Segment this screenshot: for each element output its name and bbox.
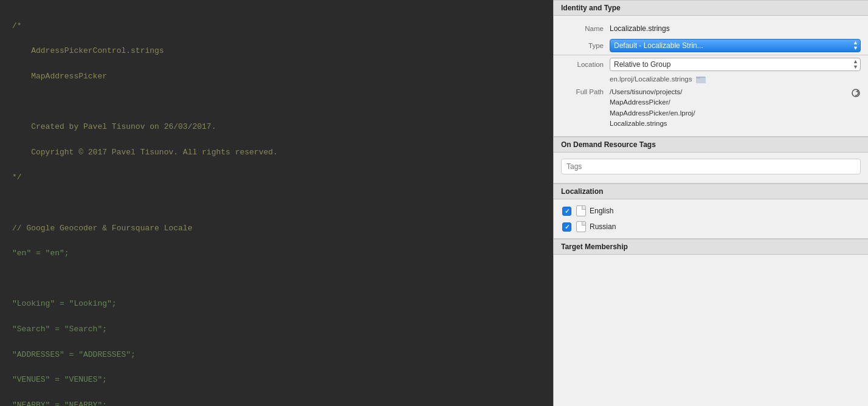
code-line-5: Copyright © 2017 Pavel Tisunov. All righ… bbox=[12, 146, 541, 159]
type-row: Type Default - Localizable Strin... ▲▼ bbox=[554, 36, 868, 55]
short-path-row: en.lproj/Localizable.strings bbox=[554, 74, 868, 84]
full-path-content: /Users/tisunov/projects/MapAddressPicker… bbox=[610, 87, 861, 129]
location-label: Location bbox=[561, 61, 604, 68]
code-line-15: "NEARBY" = "NEARBY"; bbox=[12, 399, 541, 406]
russian-checkbox[interactable] bbox=[562, 222, 571, 232]
svg-rect-1 bbox=[696, 77, 700, 78]
tags-input[interactable] bbox=[561, 159, 861, 174]
localization-russian-row: Russian bbox=[554, 219, 868, 235]
refresh-icon[interactable] bbox=[851, 88, 861, 98]
code-line-8: // Google Geocoder & Foursquare Locale bbox=[12, 222, 541, 235]
localization-english-row: English bbox=[554, 203, 868, 219]
name-row: Name Localizable.strings bbox=[554, 21, 868, 36]
code-line-1: AddressPickerControl.strings bbox=[12, 45, 541, 58]
type-select-wrapper[interactable]: Default - Localizable Strin... ▲▼ bbox=[610, 39, 861, 52]
short-path-value: en.lproj/Localizable.strings bbox=[610, 75, 692, 83]
folder-icon bbox=[696, 75, 706, 83]
location-select[interactable]: Relative to Group bbox=[610, 58, 861, 71]
on-demand-header: On Demand Resource Tags bbox=[554, 137, 868, 153]
code-line-12: "Search" = "Search"; bbox=[12, 323, 541, 336]
code-line-0: /* bbox=[12, 20, 541, 33]
russian-file-icon bbox=[576, 221, 586, 232]
full-path-row: Full Path /Users/tisunov/projects/MapAdd… bbox=[554, 84, 868, 131]
inspector-panel: Identity and Type Name Localizable.strin… bbox=[553, 0, 868, 406]
code-line-4: Created by Pavel Tisunov on 26/03/2017. bbox=[12, 121, 541, 134]
code-line-3 bbox=[12, 96, 541, 109]
english-checkbox[interactable] bbox=[562, 207, 571, 216]
code-line-6: */ bbox=[12, 171, 541, 184]
code-line-14: "VENUES" = "VENUES"; bbox=[12, 374, 541, 387]
code-line-11: "Looking" = "Looking"; bbox=[12, 298, 541, 311]
name-value: Localizable.strings bbox=[610, 24, 670, 33]
code-line-2: MapAddressPicker bbox=[12, 71, 541, 83]
location-row: Location Relative to Group ▲▼ bbox=[554, 55, 868, 74]
english-label: English bbox=[590, 207, 613, 215]
code-editor[interactable]: /* AddressPickerControl.strings MapAddre… bbox=[0, 0, 553, 406]
code-line-10 bbox=[12, 273, 541, 286]
type-label: Type bbox=[561, 42, 604, 49]
english-file-icon bbox=[576, 205, 586, 216]
code-line-13: "ADDRESSES" = "ADDRESSES"; bbox=[12, 349, 541, 362]
code-line-9: "en" = "en"; bbox=[12, 247, 541, 260]
localization-header: Localization bbox=[554, 184, 868, 199]
identity-type-header: Identity and Type bbox=[554, 0, 868, 16]
code-line-7 bbox=[12, 197, 541, 210]
target-membership-header: Target Membership bbox=[554, 239, 868, 255]
full-path-value: /Users/tisunov/projects/MapAddressPicker… bbox=[610, 87, 849, 129]
name-label: Name bbox=[561, 25, 604, 32]
full-path-label: Full Path bbox=[561, 87, 604, 95]
russian-label: Russian bbox=[590, 222, 616, 231]
location-select-wrapper[interactable]: Relative to Group ▲▼ bbox=[610, 58, 861, 71]
type-select[interactable]: Default - Localizable Strin... bbox=[610, 39, 861, 52]
